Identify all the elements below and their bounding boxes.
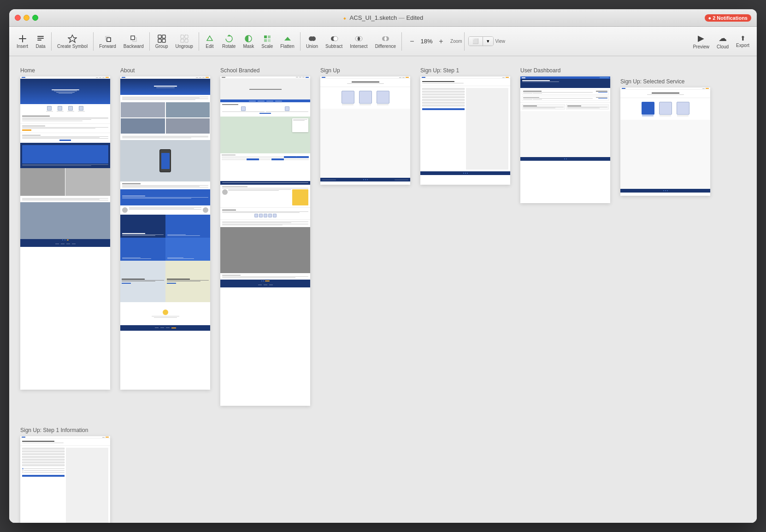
artboard-signup-step1[interactable] [420,76,510,185]
artboard-signup[interactable] [320,76,410,185]
subtract-button[interactable]: Subtract [322,32,346,51]
artboard-wrapper-school: School Branded [220,67,310,406]
forward-button[interactable]: Forward [95,32,120,51]
svg-rect-11 [158,35,161,38]
artboard-label-dashboard: User Dashboard [520,67,610,74]
subtitle-text: Edited [406,14,423,21]
svg-marker-5 [68,35,77,42]
zoom-plus-button[interactable]: + [436,37,446,46]
separator-6 [401,32,402,51]
close-button[interactable] [15,15,21,21]
svg-rect-4 [37,40,41,41]
svg-point-27 [311,36,316,41]
artboard-label-signup-selected: Sign Up: Selected Service [620,78,710,85]
svg-rect-24 [264,39,267,42]
mask-icon [243,34,253,44]
traffic-lights [15,15,38,21]
file-icon: ⬥ [343,14,347,21]
forward-icon [103,34,113,44]
artboard-dashboard[interactable] [520,76,610,203]
scale-label: Scale [261,44,273,49]
zoom-minus-button[interactable]: − [407,37,417,46]
svg-rect-16 [185,35,188,38]
edit-label: Edit [206,44,213,49]
backward-button[interactable]: Backward [120,32,147,51]
backward-icon [129,34,139,44]
artboard-label-school: School Branded [220,67,310,74]
svg-rect-23 [268,35,271,38]
subtract-icon [329,34,339,44]
union-label: Union [306,44,318,49]
rotate-button[interactable]: Rotate [218,32,239,51]
edit-icon [205,34,215,44]
svg-rect-12 [162,35,165,38]
intersect-label: Intersect [350,44,367,49]
separator-2 [93,32,94,51]
insert-icon [18,34,28,44]
rotate-icon [224,34,234,44]
svg-rect-13 [158,39,161,42]
flatten-button[interactable]: Flatten [277,32,298,51]
export-icon: ⬆ [740,35,746,42]
insert-button[interactable]: Insert [13,32,32,51]
minimize-button[interactable] [24,15,29,21]
svg-rect-15 [181,35,184,38]
scale-icon [262,34,272,44]
data-button[interactable]: Data [32,32,49,51]
artboard-wrapper-dashboard: User Dashboard [520,67,610,406]
main-window: ⬥ ACS_UI_1.sketch — Edited ● 2 Notificat… [9,9,757,523]
separator: — [399,14,407,21]
cloud-button[interactable]: ☁ Cloud [713,31,732,51]
artboard-wrapper-signup-step1: Sign Up: Step 1 [420,67,510,406]
rotate-label: Rotate [222,44,236,49]
svg-rect-17 [181,39,184,42]
artboard-label-about: About [120,67,210,74]
view-toggle-left[interactable]: ⬜ [469,37,483,46]
group-button[interactable]: Group [152,32,172,51]
difference-button[interactable]: Difference [371,32,400,51]
notification-badge[interactable]: ● 2 Notifications [705,14,752,22]
group-icon [157,34,167,44]
svg-rect-22 [264,35,267,38]
export-button[interactable]: ⬆ Export [732,33,753,50]
maximize-button[interactable] [32,15,38,21]
canvas[interactable]: Home [9,56,757,523]
artboard-wrapper-signup: Sign Up [320,67,410,406]
artboard-wrapper-signup-step1-info: Sign Up: Step 1 Information [20,427,110,523]
subtract-label: Subtract [325,44,342,49]
preview-button[interactable]: ▶ Preview [689,31,713,51]
artboard-label-home: Home [20,67,110,74]
artboard-label-signup-step1: Sign Up: Step 1 [420,67,510,74]
artboard-signup-step1-info[interactable] [20,436,110,523]
artboard-about[interactable] [120,76,210,390]
view-label: View [495,39,506,44]
separator-4 [199,32,199,51]
difference-label: Difference [375,44,396,49]
artboard-wrapper-about: About [120,67,210,406]
flatten-icon [283,34,293,44]
scale-button[interactable]: Scale [258,32,277,51]
separator-5 [300,32,301,51]
create-symbol-button[interactable]: Create Symbol [53,32,91,51]
separator-1 [51,32,52,51]
flatten-label: Flatten [280,44,295,49]
mask-label: Mask [243,44,254,49]
toolbar: Insert Data Create Symbol [9,27,757,56]
zoom-label: Zoom [450,39,462,44]
edit-button[interactable]: Edit [201,32,218,51]
separator-7 [464,32,465,51]
artboard-school[interactable] [220,76,310,406]
title-text: ACS_UI_1.sketch [350,14,397,21]
svg-rect-14 [162,39,165,42]
artboard-signup-selected[interactable] [620,88,710,196]
union-button[interactable]: Union [302,32,322,51]
mask-button[interactable]: Mask [239,32,258,51]
group-label: Group [155,44,168,49]
window-title: ⬥ ACS_UI_1.sketch — Edited [343,14,424,21]
ungroup-button[interactable]: Ungroup [172,32,197,51]
artboard-home[interactable] [20,76,110,390]
view-toggle-right[interactable]: ▾ [483,37,493,46]
artboard-label-signup-step1-info: Sign Up: Step 1 Information [20,427,110,433]
intersect-button[interactable]: Intersect [346,32,371,51]
ungroup-label: Ungroup [176,44,193,49]
